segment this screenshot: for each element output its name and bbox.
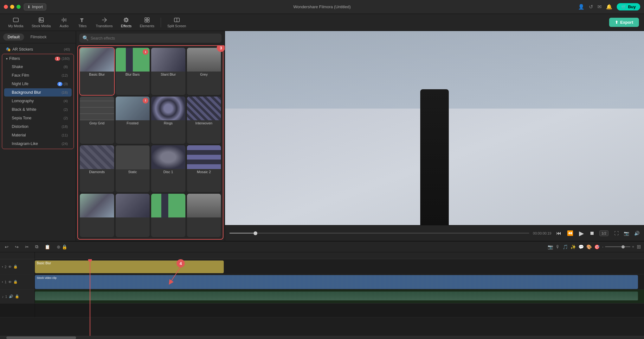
effect-grey[interactable]: Grey: [187, 48, 221, 95]
effect-basic-blur[interactable]: Basic Blur: [80, 48, 114, 95]
panel-tabs: Default Filmstock: [0, 31, 76, 43]
export-label: Export: [620, 20, 633, 25]
toolbar-elements[interactable]: Elements: [137, 16, 158, 29]
zoom-out-icon[interactable]: -: [602, 245, 603, 249]
search-input[interactable]: [91, 36, 218, 41]
effect-static[interactable]: Static: [116, 145, 150, 192]
toolbar-split-screen[interactable]: Split Screen: [164, 16, 189, 29]
sidebar-item-black-white[interactable]: Black & White (2): [4, 105, 72, 114]
timeline-scrollbar[interactable]: [0, 336, 644, 339]
effect-frosted[interactable]: ⬇ Frosted: [116, 97, 150, 144]
fullscreen-icon[interactable]: ⛶: [614, 231, 619, 236]
buy-button[interactable]: 🛒 Buy: [617, 3, 640, 10]
rewind-button[interactable]: ⏮: [555, 229, 562, 237]
sidebar-item-instagram-like[interactable]: Instagram-Like (24): [4, 140, 72, 148]
toolbar-transitions[interactable]: Transitions: [93, 16, 116, 29]
step-back-button[interactable]: ⏪: [566, 229, 574, 237]
toolbar-titles[interactable]: T Titles: [74, 16, 91, 29]
stop-button[interactable]: ⏹: [589, 229, 596, 237]
volume-icon[interactable]: 🔊: [634, 231, 640, 236]
effect-row4-2[interactable]: [116, 194, 150, 237]
eye-icon-2[interactable]: 👁: [8, 265, 12, 269]
effect-slant-blur[interactable]: Slant Blur: [151, 48, 185, 95]
timeline-tracks: ▪ 2 👁 🔒 Basic Blur ▪ 1 👁 🔒: [0, 259, 644, 336]
effect-thumb-row4-2: [116, 194, 150, 217]
undo-button[interactable]: ↩: [3, 243, 10, 250]
lock-icon-2[interactable]: 🔒: [13, 265, 18, 269]
track-1-clip[interactable]: Stock video clip: [35, 275, 638, 289]
export-button[interactable]: ⬆ Export: [609, 18, 639, 27]
layout-icon[interactable]: ⊞: [637, 244, 641, 250]
sidebar-item-sepia-tone[interactable]: Sepia Tone (2): [4, 114, 72, 122]
effect-label-frosted: Frosted: [116, 120, 150, 127]
svg-rect-0: [13, 18, 18, 22]
effect-diamonds[interactable]: Diamonds: [80, 145, 114, 192]
traffic-lights: [4, 5, 21, 9]
minimize-button[interactable]: [10, 5, 14, 9]
zoom-in-icon[interactable]: +: [632, 245, 634, 249]
night-life-count: (3): [64, 82, 68, 86]
import-button[interactable]: ⬇ Import: [24, 3, 46, 10]
sidebar-item-shake[interactable]: Shake (8): [4, 63, 72, 71]
effect-row4-3[interactable]: [151, 194, 185, 237]
effect-row4-1[interactable]: [80, 194, 114, 237]
screenshot-icon[interactable]: 📷: [624, 231, 629, 236]
timeline-ruler: 00:00:00:00 00:00:01:00 00:00:02:00 00:0…: [0, 252, 644, 259]
ruler-track-label-space: [0, 252, 35, 259]
sidebar-item-filters[interactable]: ▾ Filters 1 (160): [2, 55, 74, 62]
svg-rect-6: [147, 18, 149, 20]
close-button[interactable]: [4, 5, 8, 9]
effect-blur-bars[interactable]: ⬇ Blur Bars: [116, 48, 150, 95]
sidebar-item-background-blur[interactable]: Background Blur (16): [4, 88, 72, 97]
effect-interwoven[interactable]: Interwoven: [187, 97, 221, 144]
effect-disc-1[interactable]: Disc 1: [151, 145, 185, 192]
effect-row4-4[interactable]: [187, 194, 221, 237]
toolbar-audio[interactable]: Audio: [56, 16, 72, 29]
playback-ratio[interactable]: 1/2: [599, 230, 609, 236]
audio-vol-icon[interactable]: 🔊: [9, 294, 13, 298]
scrollbar-thumb[interactable]: [6, 336, 76, 339]
lock-icon-1[interactable]: 🔒: [13, 280, 18, 284]
toolbar-effects[interactable]: Effects: [118, 16, 135, 29]
track-2-clip[interactable]: Basic Blur: [35, 261, 224, 273]
tab-default[interactable]: Default: [3, 34, 24, 41]
track-2-icon: ▪: [2, 265, 3, 268]
track-1: ▪ 1 👁 🔒 Stock video clip: [0, 274, 644, 290]
audio-track: ♪ 1 🔊 🔒: [0, 290, 644, 304]
play-button[interactable]: ▶: [578, 229, 585, 238]
redo-button[interactable]: ↪: [13, 243, 20, 250]
toolbar-stock-media[interactable]: Stock Media: [29, 16, 54, 29]
preview-scrubber[interactable]: [229, 233, 529, 234]
tab-filmstock[interactable]: Filmstock: [26, 34, 51, 41]
effect-label-static: Static: [116, 169, 150, 175]
sidebar-item-distortion[interactable]: Distortion (18): [4, 122, 72, 131]
stock-media-label: Stock Media: [32, 24, 51, 28]
effects-grid: Basic Blur ⬇ Blur Bars Slant Blur: [77, 45, 223, 240]
effect-label-row4-2: [116, 217, 150, 220]
instagram-like-count: (24): [61, 142, 68, 146]
step-badge-3: 3: [217, 45, 225, 52]
effect-mosaic-2[interactable]: Mosaic 2: [187, 145, 221, 192]
toolbar-my-media[interactable]: My Media: [5, 16, 27, 29]
sidebar-item-material[interactable]: Material (11): [4, 131, 72, 139]
audio-lock-icon[interactable]: 🔒: [15, 294, 19, 298]
sidebar-item-faux-film[interactable]: Faux Film (12): [4, 71, 72, 79]
effect-thumb-blur-bars: ⬇: [116, 48, 150, 72]
cut-button[interactable]: ✂: [23, 243, 30, 250]
distortion-count: (18): [61, 125, 68, 129]
sidebar-item-night-life[interactable]: Night Life 2 (3): [4, 80, 72, 88]
sidebar-item-lomography[interactable]: Lomography (4): [4, 97, 72, 105]
maximize-button[interactable]: [16, 5, 21, 9]
paste-button[interactable]: 📋: [43, 243, 52, 250]
audio-clip[interactable]: [35, 292, 638, 300]
track-2-num: 2: [5, 265, 7, 269]
eye-icon-1[interactable]: 👁: [8, 280, 12, 284]
copy-button[interactable]: ⧉: [34, 243, 40, 250]
faux-film-count: (12): [61, 73, 68, 77]
effect-rings[interactable]: Rings: [151, 97, 185, 144]
import-label: Import: [32, 5, 43, 9]
sidebar-item-ar-stickers[interactable]: 🎭 AR Stickers (40): [2, 45, 74, 53]
effect-grey-grid[interactable]: Grey Grid: [80, 97, 114, 144]
track-1-clip-label: Stock video clip: [37, 276, 57, 279]
zoom-slider[interactable]: [605, 246, 630, 247]
